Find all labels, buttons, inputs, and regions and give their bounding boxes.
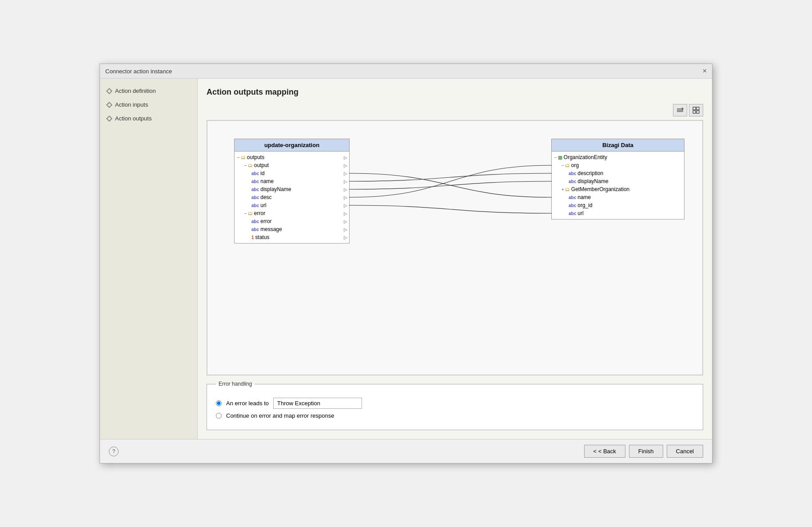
arrow-icon: ▷ xyxy=(344,227,347,232)
tree-row: abc name ▷ xyxy=(235,177,349,185)
arrow-icon: ▷ xyxy=(344,219,347,224)
row-label: org xyxy=(571,162,579,168)
radio-row-1: An error leads to Throw Exception Contin… xyxy=(216,398,694,409)
tree-row: − 🗂 output ▷ xyxy=(235,161,349,169)
box-icon: 🗂 xyxy=(248,163,253,168)
svg-rect-5 xyxy=(693,111,696,113)
right-tree-box: Bizagi Data − ▦ OrganizationEntity − xyxy=(551,139,685,220)
diamond-icon xyxy=(106,101,112,108)
row-label: id xyxy=(260,170,264,176)
map-icon xyxy=(676,106,684,114)
right-tree-body: − ▦ OrganizationEntity − 🗂 org xyxy=(552,152,684,219)
sidebar-item-label: Action inputs xyxy=(115,101,148,108)
abc-icon: abc xyxy=(569,171,576,176)
row-label: name xyxy=(260,178,274,184)
mapping-area: update-organization − 🗂 outputs ▷ xyxy=(207,120,703,375)
error-action-dropdown[interactable]: Throw Exception Continue Map error respo… xyxy=(273,398,362,409)
row-label: org_id xyxy=(577,202,592,208)
tree-row: + 🗂 GetMemberOrganization xyxy=(552,185,684,193)
arrow-icon: ▷ xyxy=(344,179,347,184)
sidebar-item-label: Action outputs xyxy=(115,115,151,122)
arrow-icon: ▷ xyxy=(344,155,347,160)
dialog-title: Connector action instance xyxy=(105,68,172,75)
tree-row: 1 status ▷ xyxy=(235,233,349,241)
arrow-icon: ▷ xyxy=(344,211,347,216)
row-label: description xyxy=(577,170,603,176)
row-label: url xyxy=(260,202,266,208)
box-icon: 🗂 xyxy=(565,187,570,192)
diamond-icon xyxy=(106,115,112,121)
sidebar-item-action-outputs[interactable]: Action outputs xyxy=(107,115,190,122)
tree-row: abc org_id xyxy=(552,201,684,209)
arrow-icon: ▷ xyxy=(344,195,347,200)
help-button[interactable]: ? xyxy=(109,447,119,456)
expand-icon[interactable]: − xyxy=(244,211,247,216)
row-label: name xyxy=(577,194,591,200)
arrow-icon: ▷ xyxy=(344,163,347,168)
main-content: Action definition Action inputs Action o… xyxy=(100,79,712,439)
row-label: message xyxy=(260,226,282,232)
expand-icon[interactable]: − xyxy=(561,163,564,168)
mapping-icon-button[interactable] xyxy=(673,104,687,116)
row-label: displayName xyxy=(577,178,608,184)
error-handling-section: Error handling An error leads to Throw E… xyxy=(207,381,703,430)
error-handling-legend: Error handling xyxy=(216,381,255,387)
row-label: status xyxy=(255,234,270,240)
tree-row: abc description xyxy=(552,169,684,177)
tree-row: abc url xyxy=(552,209,684,217)
expand-icon[interactable]: − xyxy=(554,155,557,160)
close-button[interactable]: × xyxy=(703,68,707,75)
cancel-button[interactable]: Cancel xyxy=(667,445,703,458)
row-label: OrganizationEntity xyxy=(564,154,607,160)
grid-icon xyxy=(692,106,700,114)
sidebar-item-label: Action definition xyxy=(115,88,156,94)
back-button[interactable]: < < Back xyxy=(584,445,625,458)
box-icon: 🗂 xyxy=(565,163,570,168)
tree-row: abc url ▷ xyxy=(235,201,349,209)
left-box-header: update-organization xyxy=(235,139,349,152)
arrow-icon: ▷ xyxy=(344,171,347,176)
row-label: output xyxy=(254,162,269,168)
table-icon: ▦ xyxy=(558,155,562,160)
dropdown-wrapper: Throw Exception Continue Map error respo… xyxy=(273,398,362,409)
finish-button[interactable]: Finish xyxy=(629,445,663,458)
svg-rect-3 xyxy=(693,107,696,110)
sidebar: Action definition Action inputs Action o… xyxy=(100,79,198,439)
content-area: Action outputs mapping xyxy=(198,79,712,439)
abc-icon: abc xyxy=(251,171,259,176)
row-label: error xyxy=(260,218,271,224)
row-label: error xyxy=(254,210,265,216)
abc-icon: abc xyxy=(251,227,259,232)
arrow-icon: ▷ xyxy=(344,203,347,208)
abc-icon: abc xyxy=(251,187,259,192)
abc-icon: abc xyxy=(569,203,576,208)
expand-icon[interactable]: − xyxy=(237,155,240,160)
section-title: Action outputs mapping xyxy=(207,88,703,97)
abc-icon: abc xyxy=(569,195,576,200)
grid-icon-button[interactable] xyxy=(689,104,703,116)
radio-row-2: Continue on error and map error response xyxy=(216,412,694,419)
row-label: url xyxy=(577,210,583,216)
svg-rect-4 xyxy=(697,107,699,110)
abc-icon: abc xyxy=(569,211,576,216)
tree-row: abc displayName ▷ xyxy=(235,185,349,193)
tree-row: − 🗂 outputs ▷ xyxy=(235,153,349,161)
tree-row: abc error ▷ xyxy=(235,217,349,225)
expand-icon[interactable]: + xyxy=(561,187,564,192)
abc-icon: abc xyxy=(251,203,259,208)
tree-row: − 🗂 error ▷ xyxy=(235,209,349,217)
box-icon: 🗂 xyxy=(248,211,253,216)
sidebar-item-action-definition[interactable]: Action definition xyxy=(107,88,190,94)
mapping-canvas: update-organization − 🗂 outputs ▷ xyxy=(207,121,702,375)
continue-on-error-radio[interactable] xyxy=(216,413,222,419)
abc-icon: abc xyxy=(251,179,259,184)
expand-icon[interactable]: − xyxy=(244,163,247,168)
tree-row: abc desc ▷ xyxy=(235,193,349,201)
radio-continue-label: Continue on error and map error response xyxy=(226,412,334,419)
tree-row: − ▦ OrganizationEntity xyxy=(552,153,684,161)
sidebar-item-action-inputs[interactable]: Action inputs xyxy=(107,101,190,108)
radio-error-label: An error leads to xyxy=(226,400,269,407)
tree-row: abc name xyxy=(552,193,684,201)
diamond-icon xyxy=(106,88,112,94)
error-leads-to-radio[interactable] xyxy=(216,400,222,406)
